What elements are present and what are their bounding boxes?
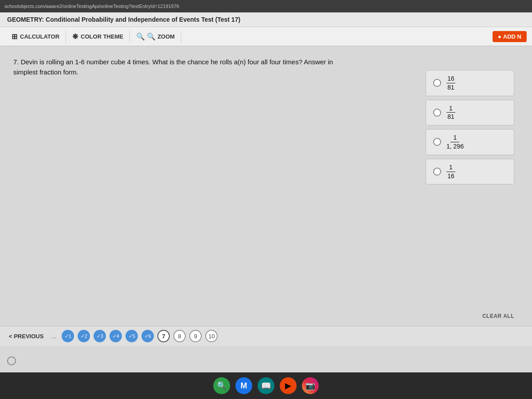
fraction-a-denominator: 81 [447, 83, 454, 91]
taskbar: 🔍 M 📖 ▶ 📷 [0, 372, 532, 399]
page-button-3[interactable]: ✓ 3 [94, 330, 106, 342]
page-num-10: 10 [208, 333, 215, 340]
ellipsis: ... [51, 333, 56, 340]
taskbar-play-icon[interactable]: ▶ [280, 377, 297, 394]
browser-bar: schoolobjects.com/aware2/onlineTestingAp… [0, 0, 532, 12]
browser-url: schoolobjects.com/aware2/onlineTestingAp… [4, 4, 179, 9]
search-icon: 🔍 [217, 381, 227, 391]
page-button-4[interactable]: ✓ 4 [110, 330, 122, 342]
page-title: GEOMETRY: Conditional Probability and In… [7, 16, 240, 23]
fraction-c: 1 1, 296 [446, 134, 464, 150]
fraction-b-denominator: 81 [447, 113, 454, 121]
clear-all-button[interactable]: CLEAR ALL [482, 313, 514, 319]
question-text: 7. Devin is rolling an 1-6 number cube 4… [13, 57, 359, 77]
add-icon: ● [498, 33, 501, 40]
page-button-5[interactable]: ✓ 5 [125, 330, 138, 342]
calculator-label: CALCULATOR [20, 33, 59, 40]
bottom-navigation: < PREVIOUS ... ✓ 1 ✓ 2 ✓ 3 ✓ 4 ✓ 5 ✓ [0, 326, 532, 346]
taskbar-instagram-icon[interactable]: 📷 [302, 377, 319, 394]
check-icon-6: ✓ [145, 333, 149, 339]
check-icon-4: ✓ [113, 333, 117, 339]
choice-a[interactable]: 16 81 [426, 70, 514, 96]
add-note-label: ADD N [503, 33, 521, 40]
page-num-9: 9 [194, 333, 197, 340]
zoom-label: ZOOM [157, 33, 175, 40]
choice-b[interactable]: 1 81 [426, 100, 514, 126]
previous-label: < PREVIOUS [9, 333, 43, 340]
title-bar: GEOMETRY: Conditional Probability and In… [0, 12, 532, 27]
page-num-6: 6 [149, 333, 151, 339]
color-theme-button[interactable]: ❋ COLOR THEME [66, 30, 130, 43]
radio-b[interactable] [433, 109, 441, 117]
calculator-icon: ⊞ [12, 32, 17, 41]
fraction-a-numerator: 16 [446, 75, 455, 83]
color-wheel-icon: ❋ [72, 32, 78, 41]
question-number: 7. [13, 58, 19, 66]
page-num-2: 2 [85, 333, 87, 339]
play-icon: ▶ [285, 381, 291, 391]
choices-container: 16 81 1 81 1 1, 296 1 16 [426, 70, 514, 188]
choice-d[interactable]: 1 16 [426, 159, 514, 185]
fraction-b: 1 81 [446, 105, 455, 121]
book-icon: 📖 [261, 381, 271, 391]
page-button-2[interactable]: ✓ 2 [78, 330, 90, 342]
page-button-10[interactable]: 10 [205, 330, 218, 342]
page-num-5: 5 [133, 333, 135, 339]
choice-c[interactable]: 1 1, 296 [426, 129, 514, 155]
radio-a[interactable] [433, 79, 441, 87]
radio-c[interactable] [433, 138, 441, 146]
page-num-8: 8 [178, 333, 181, 340]
radio-d[interactable] [433, 168, 441, 176]
mail-icon: M [241, 381, 247, 391]
page-button-6[interactable]: ✓ 6 [141, 330, 154, 342]
page-button-9[interactable]: 9 [189, 330, 202, 342]
page-num-7: 7 [162, 333, 165, 340]
zoom-area: 🔍 🔍 ZOOM [130, 31, 181, 43]
taskbar-mail-icon[interactable]: M [235, 377, 252, 394]
taskbar-search-icon[interactable]: 🔍 [213, 377, 230, 394]
page-button-1[interactable]: ✓ 1 [62, 330, 74, 342]
circle-indicator [7, 356, 16, 365]
clear-all-label: CLEAR ALL [482, 313, 514, 319]
fraction-d: 1 16 [446, 164, 455, 180]
fraction-b-numerator: 1 [446, 105, 455, 113]
question-body: Devin is rolling an 1-6 number cube 4 ti… [13, 58, 333, 76]
zoom-in-icon[interactable]: 🔍 [147, 32, 156, 41]
add-note-button[interactable]: ● ADD N [493, 31, 527, 42]
previous-button[interactable]: < PREVIOUS [9, 333, 43, 340]
taskbar-book-icon[interactable]: 📖 [258, 377, 274, 394]
page-num-4: 4 [117, 333, 119, 339]
fraction-d-numerator: 1 [446, 164, 455, 172]
page-button-7[interactable]: 7 [157, 330, 170, 342]
main-content: GEOMETRY: Conditional Probability and In… [0, 12, 532, 372]
check-icon-2: ✓ [81, 333, 85, 339]
color-theme-label: COLOR THEME [81, 33, 123, 40]
zoom-out-icon[interactable]: 🔍 [136, 32, 145, 41]
calculator-button[interactable]: ⊞ CALCULATOR [5, 30, 66, 43]
fraction-d-denominator: 16 [447, 172, 454, 180]
page-button-8[interactable]: 8 [173, 330, 186, 342]
fraction-c-denominator: 1, 296 [446, 142, 464, 150]
camera-icon: 📷 [305, 381, 315, 391]
fraction-c-numerator: 1 [450, 134, 459, 142]
page-num-1: 1 [69, 333, 71, 339]
page-num-3: 3 [101, 333, 103, 339]
check-icon-1: ✓ [65, 333, 69, 339]
toolbar: ⊞ CALCULATOR ❋ COLOR THEME 🔍 🔍 ZOOM ● AD… [0, 27, 532, 47]
check-icon-3: ✓ [97, 333, 101, 339]
check-icon-5: ✓ [129, 333, 133, 339]
fraction-a: 16 81 [446, 75, 455, 91]
